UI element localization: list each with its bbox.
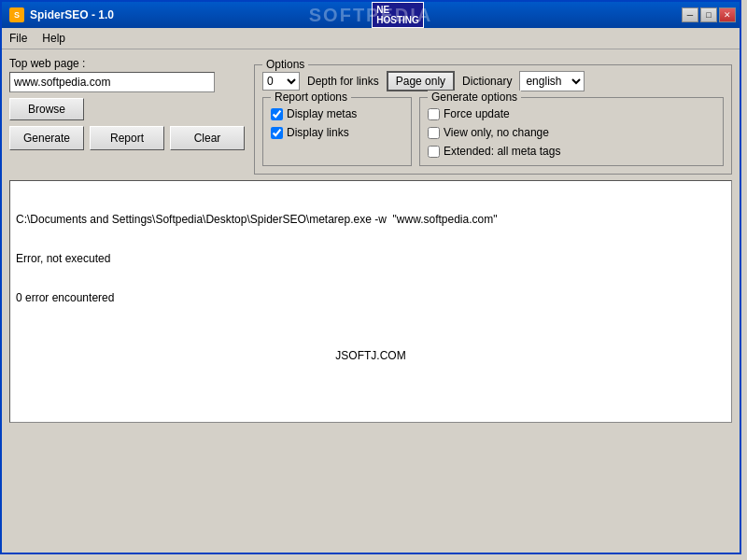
output-line1: C:\Documents and Settings\Softpedia\Desk… bbox=[16, 213, 726, 226]
depth-select[interactable]: 0 bbox=[262, 72, 300, 91]
menu-bar: File Help bbox=[2, 28, 740, 49]
report-options-title: Report options bbox=[271, 91, 351, 104]
options-title: Options bbox=[262, 58, 308, 71]
display-metas-row: Display metas bbox=[271, 107, 403, 120]
top-web-page-label: Top web page : bbox=[9, 57, 245, 70]
title-text: SpiderSEO - 1.0 bbox=[30, 8, 114, 21]
close-button[interactable]: ✕ bbox=[719, 7, 736, 22]
app-icon: S bbox=[9, 7, 24, 22]
report-options-group: Report options Display metas Display lin… bbox=[262, 97, 412, 166]
dictionary-label: Dictionary bbox=[462, 75, 512, 88]
force-update-label: Force update bbox=[444, 107, 510, 120]
output-center-text: JSOFTJ.COM bbox=[16, 349, 726, 362]
display-links-checkbox[interactable] bbox=[271, 127, 283, 139]
options-group: Options 0 Depth for links Page only Dict… bbox=[254, 64, 732, 175]
view-only-row: View only, no change bbox=[428, 126, 715, 139]
sub-options-row: Report options Display metas Display lin… bbox=[262, 97, 724, 166]
title-buttons: ─ □ ✕ bbox=[682, 7, 736, 22]
display-links-label: Display links bbox=[287, 126, 349, 139]
clear-button[interactable]: Clear bbox=[170, 126, 245, 150]
display-metas-checkbox[interactable] bbox=[271, 108, 283, 120]
url-input[interactable] bbox=[9, 72, 215, 92]
output-line3: 0 error encountered bbox=[16, 291, 726, 304]
menu-help[interactable]: Help bbox=[35, 30, 73, 47]
output-line2: Error, not executed bbox=[16, 252, 726, 265]
browse-button[interactable]: Browse bbox=[9, 98, 84, 120]
title-bar: S SpiderSEO - 1.0 SOFTPEDIA NEHOSTING ─ … bbox=[2, 2, 740, 28]
view-only-label: View only, no change bbox=[444, 126, 549, 139]
watermark: SOFTPEDIA bbox=[309, 5, 432, 26]
display-links-row: Display links bbox=[271, 126, 403, 139]
force-update-checkbox[interactable] bbox=[428, 108, 440, 120]
force-update-row: Force update bbox=[428, 107, 715, 120]
report-button[interactable]: Report bbox=[90, 126, 164, 150]
display-metas-label: Display metas bbox=[287, 107, 357, 120]
page-only-button[interactable]: Page only bbox=[387, 71, 455, 91]
options-row: 0 Depth for links Page only Dictionary e… bbox=[262, 71, 724, 91]
generate-button[interactable]: Generate bbox=[9, 126, 84, 150]
menu-file[interactable]: File bbox=[2, 30, 35, 47]
output-area: C:\Documents and Settings\Softpedia\Desk… bbox=[9, 180, 732, 423]
minimize-button[interactable]: ─ bbox=[682, 7, 698, 22]
maximize-button[interactable]: □ bbox=[700, 7, 717, 22]
generate-options-title: Generate options bbox=[428, 91, 521, 104]
extended-checkbox[interactable] bbox=[428, 146, 440, 158]
view-only-checkbox[interactable] bbox=[428, 127, 440, 139]
dictionary-select[interactable]: english french german spanish bbox=[519, 71, 585, 91]
depth-for-links-label: Depth for links bbox=[307, 75, 379, 88]
extended-label: Extended: all meta tags bbox=[444, 145, 560, 158]
action-buttons: Generate Report Clear bbox=[9, 126, 245, 150]
extended-row: Extended: all meta tags bbox=[428, 145, 715, 158]
left-panel: Top web page : Browse Generate Report Cl… bbox=[9, 57, 245, 150]
generate-options-group: Generate options Force update View only,… bbox=[419, 97, 724, 166]
options-panel: Options 0 Depth for links Page only Dict… bbox=[254, 57, 732, 175]
